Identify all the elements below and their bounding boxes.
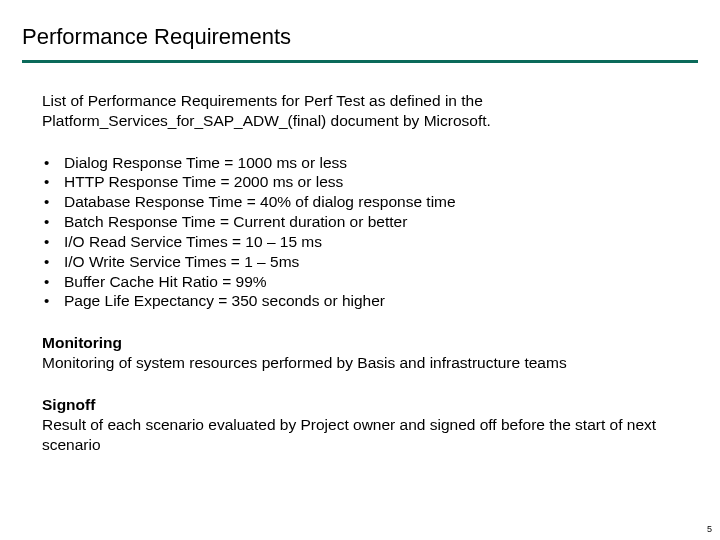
intro-text: List of Performance Requirements for Per… <box>42 91 690 131</box>
title-underline <box>22 60 698 63</box>
monitoring-section: Monitoring Monitoring of system resource… <box>42 333 690 373</box>
list-item: Page Life Expectancy = 350 seconds or hi… <box>42 291 690 311</box>
list-item: Batch Response Time = Current duration o… <box>42 212 690 232</box>
requirements-list: Dialog Response Time = 1000 ms or less H… <box>42 153 690 312</box>
slide-title: Performance Requirements <box>22 24 698 50</box>
monitoring-text: Monitoring of system resources performed… <box>42 354 567 371</box>
page-number: 5 <box>707 524 712 534</box>
signoff-text: Result of each scenario evaluated by Pro… <box>42 416 656 453</box>
list-item: Dialog Response Time = 1000 ms or less <box>42 153 690 173</box>
slide-body: List of Performance Requirements for Per… <box>22 91 698 454</box>
signoff-section: Signoff Result of each scenario evaluate… <box>42 395 690 454</box>
slide: Performance Requirements List of Perform… <box>0 0 720 540</box>
list-item: Database Response Time = 40% of dialog r… <box>42 192 690 212</box>
list-item: I/O Write Service Times = 1 – 5ms <box>42 252 690 272</box>
signoff-heading: Signoff <box>42 396 95 413</box>
monitoring-heading: Monitoring <box>42 334 122 351</box>
list-item: I/O Read Service Times = 10 – 15 ms <box>42 232 690 252</box>
list-item: HTTP Response Time = 2000 ms or less <box>42 172 690 192</box>
list-item: Buffer Cache Hit Ratio = 99% <box>42 272 690 292</box>
